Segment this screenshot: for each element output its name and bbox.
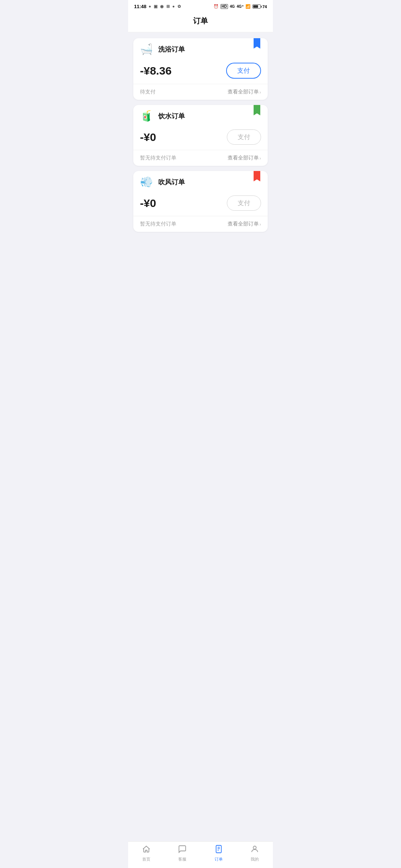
bath-status: 待支付 xyxy=(140,89,156,95)
bath-pay-button[interactable]: 支付 xyxy=(226,63,261,79)
chevron-icon: › xyxy=(260,155,261,161)
page-header: 订单 xyxy=(128,11,273,32)
bath-amount: -¥8.36 xyxy=(140,65,172,77)
water-status: 暂无待支付订单 xyxy=(140,155,176,161)
signal-4gplus: 4G⁺ xyxy=(237,4,243,9)
dryer-icon: 💨 xyxy=(140,177,153,187)
bath-view-all[interactable]: 查看全部订单 › xyxy=(228,89,261,95)
card-top-dryer: 💨 吹风订单 xyxy=(133,171,268,192)
dryer-title: 吹风订单 xyxy=(158,178,185,187)
page-title: 订单 xyxy=(128,16,273,26)
water-pay-button: 支付 xyxy=(227,129,261,145)
dryer-pay-button: 支付 xyxy=(227,195,261,211)
water-view-all[interactable]: 查看全部订单 › xyxy=(228,155,261,161)
water-card-bottom: 暂无待支付订单 查看全部订单 › xyxy=(133,150,268,166)
order-card-bath: 🛁 洗浴订单 -¥8.36 支付 待支付 查看全部订单 › xyxy=(133,38,268,100)
water-amount-row: -¥0 支付 xyxy=(133,126,268,150)
water-amount: -¥0 xyxy=(140,131,156,144)
battery-icon xyxy=(252,4,261,9)
status-time: 11:48 xyxy=(134,4,146,9)
card-top-water: 🧃 饮水订单 xyxy=(133,105,268,126)
status-right: ⏰ HD 4G 4G⁺ 📶 74 xyxy=(213,4,267,9)
chevron-icon: › xyxy=(260,89,261,95)
bath-title: 洗浴订单 xyxy=(158,45,185,54)
water-title: 饮水订单 xyxy=(158,112,185,121)
dryer-card-bottom: 暂无待支付订单 查看全部订单 › xyxy=(133,216,268,232)
water-icon: 🧃 xyxy=(140,111,153,121)
hd-badge: HD xyxy=(221,4,228,9)
bath-amount-row: -¥8.36 支付 xyxy=(133,59,268,84)
order-card-water: 🧃 饮水订单 -¥0 支付 暂无待支付订单 查看全部订单 › xyxy=(133,105,268,166)
dryer-view-all[interactable]: 查看全部订单 › xyxy=(228,221,261,227)
dryer-amount: -¥0 xyxy=(140,197,156,210)
orders-list: 🛁 洗浴订单 -¥8.36 支付 待支付 查看全部订单 › 🧃 饮水订单 -¥0… xyxy=(128,32,273,276)
dryer-amount-row: -¥0 支付 xyxy=(133,192,268,216)
bath-card-bottom: 待支付 查看全部订单 › xyxy=(133,84,268,100)
chevron-icon: › xyxy=(260,221,261,227)
order-card-dryer: 💨 吹风订单 -¥0 支付 暂无待支付订单 查看全部订单 › xyxy=(133,171,268,232)
dryer-status: 暂无待支付订单 xyxy=(140,221,176,227)
wifi-icon: 📶 xyxy=(245,4,251,9)
app-icons: ● ▣ ◉ ⊞ ● ✿ xyxy=(149,4,182,9)
battery-percent: 74 xyxy=(263,4,267,9)
alarm-icon: ⏰ xyxy=(213,4,219,9)
status-left: 11:48 ● ▣ ◉ ⊞ ● ✿ xyxy=(134,4,182,9)
card-top-bath: 🛁 洗浴订单 xyxy=(133,38,268,59)
bath-icon: 🛁 xyxy=(140,44,153,55)
signal-4g: 4G xyxy=(230,4,235,9)
status-bar: 11:48 ● ▣ ◉ ⊞ ● ✿ ⏰ HD 4G 4G⁺ 📶 74 xyxy=(128,0,273,11)
